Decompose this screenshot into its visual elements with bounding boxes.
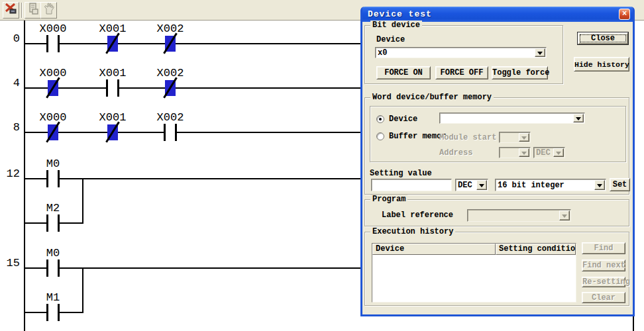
contact-label: X000 [32, 68, 74, 79]
close-button[interactable]: Close [578, 32, 628, 44]
device-radio[interactable] [376, 115, 384, 123]
contact-gap [166, 130, 175, 134]
column-header-setting-condition[interactable]: Setting condition [496, 244, 576, 255]
buffer-memory-radio-label: Buffer memor [389, 132, 446, 141]
contact-open[interactable] [58, 304, 60, 321]
contact-open[interactable] [58, 35, 60, 52]
find-next-button[interactable]: Find next [582, 260, 625, 271]
setting-type-combo[interactable]: 16 bit integer [495, 179, 606, 191]
device-test-dialog: Device test × Bit device Device x0 FORCE… [360, 7, 635, 316]
device-radio-label: Device [389, 115, 417, 124]
bit-device-device-label: Device [376, 35, 405, 44]
contact-gap [48, 221, 58, 225]
dialog-title: Device test [362, 9, 432, 19]
contact-open[interactable] [58, 170, 60, 187]
find-button[interactable]: Find [582, 242, 625, 254]
contact-label: X001 [91, 68, 134, 79]
contact-open[interactable] [58, 260, 60, 277]
contact-open[interactable] [46, 214, 48, 232]
chevron-down-icon [553, 148, 564, 157]
close-icon[interactable]: × [619, 9, 630, 20]
contact-gap [48, 42, 58, 46]
contact-open[interactable] [58, 214, 60, 232]
contact-open[interactable] [164, 124, 166, 141]
contact-gap [48, 310, 58, 314]
contact-gap [48, 177, 58, 181]
force-off-button[interactable]: FORCE OFF [435, 66, 488, 79]
contact-label: X000 [32, 112, 74, 123]
force-on-button[interactable]: FORCE ON [376, 66, 431, 79]
left-power-rail [24, 21, 25, 331]
chevron-down-icon [519, 148, 529, 157]
contact-label: X001 [91, 23, 134, 34]
contact-label: M2 [32, 203, 74, 214]
setting-value-input[interactable] [371, 179, 452, 191]
rung-number: 4 [1, 77, 20, 89]
chevron-down-icon[interactable] [476, 180, 487, 190]
bit-device-group-label: Bit device [370, 21, 422, 30]
rung-number: 0 [1, 33, 20, 44]
bit-device-combo-value: x0 [378, 48, 535, 57]
contact-open[interactable] [46, 35, 48, 52]
address-combo [499, 147, 531, 158]
contact-open[interactable] [117, 79, 119, 97]
hand-icon [42, 2, 56, 19]
clear-button[interactable]: Clear [582, 292, 625, 303]
word-device-combo-value [442, 114, 573, 122]
hide-history-button[interactable]: Hide history [574, 57, 629, 71]
device-test-stop-button[interactable] [3, 2, 19, 19]
dialog-titlebar[interactable]: Device test × [362, 7, 633, 22]
pan-button[interactable] [40, 2, 57, 19]
address-format-combo: DEC [533, 147, 565, 158]
chevron-down-icon[interactable] [573, 114, 584, 122]
execution-history-group-label: Execution history [370, 227, 455, 237]
contact-open[interactable] [46, 170, 48, 187]
set-button[interactable]: Set [610, 178, 630, 191]
contact-label: X000 [32, 23, 74, 34]
chevron-down-icon [559, 211, 570, 220]
toggle-force-button[interactable]: Toggle force [492, 66, 548, 79]
contact-gap [108, 86, 117, 90]
setting-type-value: 16 bit integer [498, 181, 594, 190]
toolbar-separator [21, 3, 23, 18]
branch-junction-line [82, 268, 83, 313]
program-group-label: Program [370, 195, 407, 205]
rung-number: 12 [1, 168, 20, 179]
setting-format-combo[interactable]: DEC [455, 179, 488, 191]
contact-label: M0 [32, 248, 74, 259]
setting-format-value: DEC [458, 181, 476, 190]
chevron-down-icon[interactable] [594, 180, 605, 190]
column-header-device[interactable]: Device [372, 244, 496, 255]
device-test-stop-icon [5, 2, 18, 19]
contact-gap [48, 266, 58, 270]
address-label: Address [439, 148, 472, 158]
branch-junction-line [82, 179, 83, 224]
address-format-value: DEC [536, 148, 553, 157]
contact-label: X002 [149, 68, 191, 79]
bit-device-combo[interactable]: x0 [375, 47, 547, 58]
contact-open[interactable] [106, 79, 108, 97]
rung-number: 8 [1, 122, 20, 133]
dialog-client-area: Bit device Device x0 FORCE ON FORCE OFF … [362, 22, 633, 312]
contact-open[interactable] [46, 304, 48, 321]
setting-value-label: Setting value [370, 169, 432, 178]
buffer-memory-radio[interactable] [376, 132, 384, 140]
chevron-down-icon[interactable] [535, 48, 545, 57]
application-window: 0X000X001X0024X000X001X0028X000X001X0021… [0, 0, 644, 331]
word-device-combo[interactable] [439, 113, 585, 124]
chevron-down-icon [519, 133, 529, 142]
module-start-combo [499, 132, 531, 143]
contact-label: M0 [32, 158, 74, 169]
contact-open[interactable] [175, 124, 177, 141]
execution-history-table[interactable]: Device Setting condition [372, 243, 576, 303]
contact-label: M1 [32, 292, 74, 303]
monitor-document-button[interactable] [25, 2, 41, 19]
label-reference-label: Label reference [382, 211, 453, 220]
document-disk-icon [27, 2, 40, 19]
word-device-group-label: Word device/buffer memory [370, 93, 494, 103]
contact-open[interactable] [46, 260, 48, 277]
contact-label: X002 [149, 23, 191, 34]
rung-number: 15 [1, 258, 20, 269]
contact-label: X002 [149, 112, 191, 123]
resetting-button[interactable]: Re-setting [582, 277, 625, 287]
